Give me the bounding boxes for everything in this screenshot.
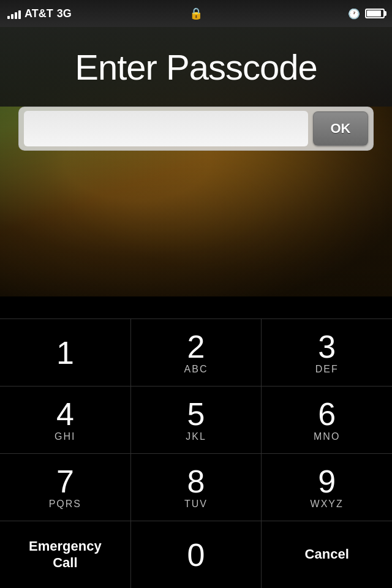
passcode-dots-field[interactable] <box>24 111 308 146</box>
key-1[interactable]: 1 <box>0 318 131 386</box>
lock-icon: 🔒 <box>189 7 203 20</box>
passcode-input-container: OK <box>18 107 374 151</box>
battery-indicator <box>365 9 385 18</box>
key-8[interactable]: 8 TUV <box>131 453 262 521</box>
emergency-call-label: Emergency Call <box>29 538 102 571</box>
battery-fill <box>367 10 381 17</box>
passcode-input-area: OK <box>0 107 392 151</box>
key-2[interactable]: 2 ABC <box>131 318 262 386</box>
key-0[interactable]: 0 <box>131 521 262 588</box>
keypad: 1 2 ABC 3 DEF 4 GHI 5 JKL 6 MNO 7 PQRS <box>0 318 392 588</box>
page-title: Enter Passcode <box>75 47 317 88</box>
clock-icon: 🕐 <box>348 8 360 20</box>
key-5[interactable]: 5 JKL <box>131 386 262 453</box>
key-3[interactable]: 3 DEF <box>262 318 392 386</box>
status-bar: AT&T 3G 🔒 🕐 <box>0 0 392 27</box>
ok-label: OK <box>331 121 351 137</box>
key-row-3: 7 PQRS 8 TUV 9 WXYZ <box>0 453 392 521</box>
key-row-bottom: Emergency Call 0 Cancel <box>0 521 392 588</box>
key-row-2: 4 GHI 5 JKL 6 MNO <box>0 386 392 453</box>
carrier-label: AT&T <box>24 7 53 20</box>
emergency-call-button[interactable]: Emergency Call <box>0 521 131 588</box>
key-6[interactable]: 6 MNO <box>262 386 392 453</box>
key-row-1: 1 2 ABC 3 DEF <box>0 318 392 386</box>
cancel-button[interactable]: Cancel <box>262 521 392 588</box>
status-right: 🕐 <box>348 8 385 20</box>
signal-bar-4 <box>18 10 21 19</box>
network-label: 3G <box>57 7 72 20</box>
key-7[interactable]: 7 PQRS <box>0 453 131 521</box>
key-4[interactable]: 4 GHI <box>0 386 131 453</box>
signal-bar-3 <box>15 12 17 19</box>
key-9[interactable]: 9 WXYZ <box>262 453 392 521</box>
header-section: Enter Passcode <box>0 27 392 107</box>
cancel-label: Cancel <box>305 546 349 562</box>
status-left: AT&T 3G <box>7 7 72 20</box>
signal-bar-2 <box>11 14 13 19</box>
signal-bar-1 <box>7 16 10 19</box>
signal-bars <box>7 8 21 19</box>
ok-button[interactable]: OK <box>313 111 368 146</box>
